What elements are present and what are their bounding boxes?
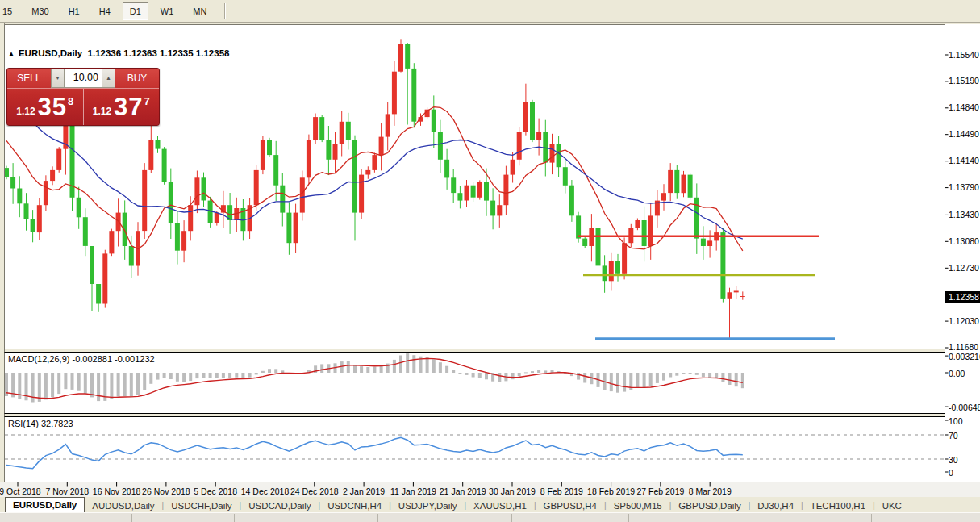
tab-USDJPY-Daily[interactable]: USDJPY,Daily xyxy=(391,499,465,512)
timeframe-H1[interactable]: H1 xyxy=(61,2,87,20)
timeframe-15[interactable]: 15 xyxy=(1,2,19,20)
tab-USDCAD-Daily[interactable]: USDCAD,Daily xyxy=(241,499,318,512)
mt4-terminal: 15M30H1H4D1W1MN ▲EURUSD,Daily 1.12336 1.… xyxy=(0,0,980,522)
timeframe-toolbar: 15M30H1H4D1W1MN xyxy=(0,0,980,23)
date-axis-label: 14 Dec 2018 xyxy=(241,487,290,496)
tab-AUDUSD-Daily[interactable]: AUDUSD,Daily xyxy=(85,499,161,512)
toolbar-separator xyxy=(224,3,225,19)
date-axis-label: 18 Feb 2019 xyxy=(587,487,635,496)
tab-GBPUSD-Daily[interactable]: GBPUSD,Daily xyxy=(671,499,748,512)
volume-increase-button[interactable]: ▲ xyxy=(102,69,115,88)
macd-axis-label: 0.003216 xyxy=(949,352,980,361)
sell-price-pips: 8 xyxy=(68,95,73,107)
sell-price-prefix: 1.12 xyxy=(16,106,35,117)
macd-axis-label: 0.00 xyxy=(949,369,965,378)
sell-price-button[interactable]: 1.12 35 8 xyxy=(7,89,84,125)
price-axis-label: 1.14840 xyxy=(949,102,979,112)
buy-price-prefix: 1.12 xyxy=(93,106,111,117)
price-axis-label: 1.12030 xyxy=(949,316,979,326)
tab-GBPUSD-H4[interactable]: GBPUSD,H4 xyxy=(536,499,604,512)
date-axis-label: 2 Jan 2019 xyxy=(343,487,385,496)
price-axis-label: 1.15540 xyxy=(949,50,979,60)
strip-tick xyxy=(234,514,235,522)
date-axis-label: 27 Feb 2019 xyxy=(636,487,684,496)
sell-button[interactable]: SELL xyxy=(7,69,51,88)
one-click-trading-panel: SELL ▼ 10.00 ▲ BUY 1.12 35 8 1.12 37 7 xyxy=(6,68,160,126)
chart-window: ▲EURUSD,Daily 1.12336 1.12363 1.12335 1.… xyxy=(0,23,980,522)
buy-button[interactable]: BUY xyxy=(115,69,159,88)
date-axis-label: 26 Nov 2018 xyxy=(142,487,190,496)
sell-price-big: 35 xyxy=(38,93,67,122)
date-axis-label: 11 Jan 2019 xyxy=(390,487,436,496)
date-axis-label: 8 Feb 2019 xyxy=(540,487,583,496)
strip-tick xyxy=(511,514,512,522)
price-axis-label: 1.13080 xyxy=(949,236,979,246)
strip-tick xyxy=(377,514,378,522)
date-axis-label: 5 Dec 2018 xyxy=(194,487,237,496)
timeframe-M30[interactable]: M30 xyxy=(24,2,56,20)
rsi-axis-label: 100 xyxy=(949,416,963,426)
date-axis-label: 30 Jan 2019 xyxy=(489,487,536,496)
tab-USDCHF-Daily[interactable]: USDCHF,Daily xyxy=(164,499,239,512)
macd-axis-label: -0.006485 xyxy=(949,403,980,412)
rsi-panel[interactable] xyxy=(5,417,945,482)
price-axis-label: 1.15190 xyxy=(949,76,979,86)
tab-XAUUSD-H1[interactable]: XAUUSD,H1 xyxy=(466,499,534,512)
volume-decrease-button[interactable]: ▼ xyxy=(51,69,65,88)
date-axis-label: 8 Mar 2019 xyxy=(689,487,732,496)
rsi-axis-label: 70 xyxy=(949,431,958,441)
collapse-icon[interactable]: ▲ xyxy=(8,50,15,57)
price-axis-label: 1.13430 xyxy=(949,210,979,219)
tab-USDCNH-H4[interactable]: USDCNH,H4 xyxy=(320,499,389,512)
rsi-axis-label: 0 xyxy=(949,468,953,478)
strip-tick xyxy=(628,514,629,522)
buy-price-big: 37 xyxy=(114,93,143,122)
price-axis-label: 1.14490 xyxy=(949,129,979,139)
chart-title: ▲EURUSD,Daily 1.12336 1.12363 1.12335 1.… xyxy=(8,48,229,58)
timeframe-MN[interactable]: MN xyxy=(186,2,214,20)
timeframe-D1[interactable]: D1 xyxy=(123,2,148,20)
date-axis-label: 24 Dec 2018 xyxy=(290,487,339,496)
tab-DJ30-H4[interactable]: DJ30,H4 xyxy=(750,499,801,512)
buy-price-pips: 7 xyxy=(144,95,150,107)
price-axis-label: 1.12730 xyxy=(949,263,979,273)
price-axis-label: 1.14140 xyxy=(949,156,979,165)
current-price-tag: 1.12358 xyxy=(945,291,980,303)
tab-SP500-M15[interactable]: SP500,M15 xyxy=(607,499,669,512)
date-axis-label: 7 Nov 2018 xyxy=(45,487,89,496)
chart-ohlc-values: 1.12336 1.12363 1.12335 1.12358 xyxy=(88,48,230,58)
volume-input[interactable]: 10.00 xyxy=(65,69,102,88)
tab-EURUSD-Daily[interactable]: EURUSD,Daily xyxy=(5,497,85,512)
tab-TECH100-H1[interactable]: TECH100,H1 xyxy=(803,499,873,512)
bottom-strip xyxy=(0,512,980,522)
timeframe-H4[interactable]: H4 xyxy=(92,2,118,20)
strip-tick xyxy=(131,514,132,522)
tab-UKC[interactable]: UKC xyxy=(875,499,909,512)
buy-price-button[interactable]: 1.12 37 7 xyxy=(84,89,160,125)
price-axis-label: 1.13790 xyxy=(949,182,979,192)
rsi-label: RSI(14) 32.7823 xyxy=(8,419,73,428)
date-axis-label: 16 Nov 2018 xyxy=(93,487,141,496)
date-axis-label: 29 Oct 2018 xyxy=(0,487,41,496)
strip-tick xyxy=(871,514,872,522)
macd-label: MACD(12,26,9) -0.002881 -0.001232 xyxy=(8,354,155,364)
timeframe-W1[interactable]: W1 xyxy=(153,2,181,20)
rsi-axis-label: 30 xyxy=(949,455,958,465)
chart-tab-bar: EURUSD,DailyAUDUSD,Daily|USDCHF,Daily|US… xyxy=(0,498,980,512)
date-axis-label: 21 Jan 2019 xyxy=(440,487,486,496)
chart-symbol-label: EURUSD,Daily xyxy=(19,48,82,58)
price-axis[interactable] xyxy=(945,24,980,482)
